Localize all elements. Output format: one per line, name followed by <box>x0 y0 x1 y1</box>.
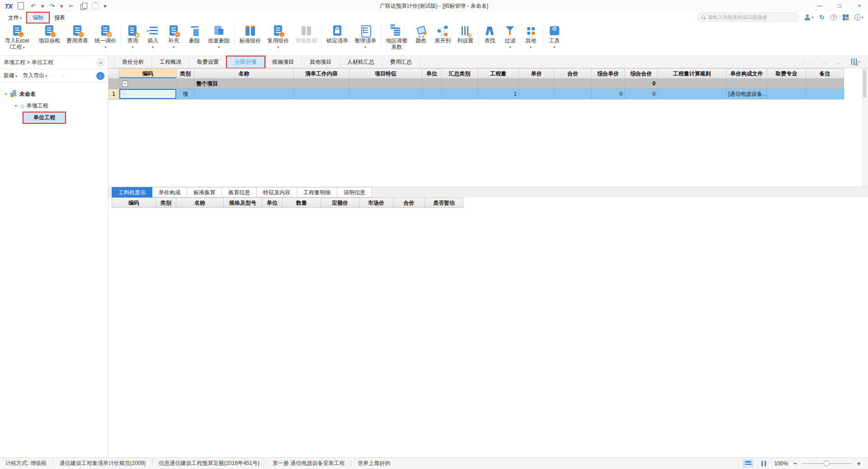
menu-item-report[interactable]: 报表 <box>49 13 71 23</box>
collapse-panel-button[interactable] <box>97 59 104 66</box>
toolbar-button-unified-price-adjust[interactable]: ¥统一调价▾ <box>91 24 119 50</box>
tree-expand-icon[interactable]: ▾ <box>14 103 18 108</box>
detail-tab-工料机显示[interactable]: 工料机显示 <box>112 187 152 197</box>
toolbar-button-project-self-check[interactable]: ✓项目自检 <box>33 24 63 50</box>
detail-column-header-是否暂估[interactable]: 是否暂估 <box>425 197 463 208</box>
detail-column-header-类别[interactable]: 类别 <box>156 197 176 208</box>
toolbar-button-tidy-list[interactable]: 整理清单▾ <box>351 24 379 50</box>
grid-cell[interactable]: 1 <box>108 89 119 99</box>
function-search-input[interactable] <box>708 14 789 20</box>
code-edit-cell[interactable] <box>119 89 177 99</box>
column-header-工程量[interactable]: 工程量 <box>478 68 519 79</box>
grid-cell[interactable] <box>294 79 349 89</box>
close-button[interactable]: × <box>854 3 864 9</box>
grid-cell[interactable]: [通信电源设备… <box>726 89 767 99</box>
toolbar-button-reuse-pricing[interactable]: →复用组价▾ <box>264 24 292 50</box>
tree-item-project[interactable]: ▾未命名 <box>0 88 108 100</box>
move-up-button[interactable]: ↑ <box>52 72 56 79</box>
grid-nav-left-button[interactable]: ← <box>822 59 828 66</box>
expand-locate-button[interactable]: ↓ <box>96 72 104 80</box>
undo-icon[interactable]: ↶ <box>29 2 37 10</box>
grid-cell[interactable] <box>442 89 478 99</box>
column-header-综合合价[interactable]: 综合合价 <box>625 68 658 79</box>
grid-cell[interactable]: 0 <box>625 79 658 89</box>
column-header-备注[interactable]: 备注 <box>806 68 844 79</box>
save-icon[interactable] <box>17 2 25 10</box>
grid-cell[interactable] <box>806 89 844 99</box>
toolbar-button-other[interactable]: 其他▾ <box>520 24 541 50</box>
column-header-项目特征[interactable]: 项目特征 <box>349 68 422 79</box>
grid-cell[interactable]: 整个项目 <box>194 79 294 89</box>
grid-cell[interactable] <box>422 79 442 89</box>
grid-nav-right-button[interactable]: → <box>835 59 841 66</box>
zoom-slider-thumb[interactable] <box>824 460 830 466</box>
grid-cell[interactable]: 0 <box>625 89 658 99</box>
grid-cell[interactable] <box>554 89 592 99</box>
toolbar-button-insert[interactable]: 插入▾ <box>142 24 163 50</box>
grid-cell[interactable]: 0 <box>592 89 625 99</box>
grid-cell[interactable] <box>194 89 294 99</box>
grid-cell[interactable]: − <box>119 79 177 89</box>
toolbar-button-region-adjust-factor[interactable]: 地区调整系数 <box>381 24 410 50</box>
column-header-编码[interactable]: 编码 <box>119 68 177 79</box>
toolbar-button-query[interactable]: 查询▾ <box>121 24 142 50</box>
undo-dropdown-icon[interactable]: ▾ <box>41 2 44 10</box>
redo-icon[interactable]: ↷ <box>48 2 56 10</box>
grid-cell[interactable] <box>442 79 478 89</box>
grid-cell[interactable] <box>108 68 119 79</box>
grid-cell[interactable] <box>422 89 442 99</box>
toolbar-button-delete[interactable]: 删除 <box>184 24 205 50</box>
grid-nav-down-button[interactable]: ↓ <box>812 59 815 66</box>
detail-column-header-编码[interactable]: 编码 <box>112 197 156 208</box>
toolbar-button-import-excel[interactable]: →导入Excel/工程 ▾ <box>2 24 32 51</box>
detail-column-header-数量[interactable]: 数量 <box>283 197 321 208</box>
sync-icon[interactable]: ↻ <box>819 14 825 21</box>
column-header-单价[interactable]: 单价 <box>519 68 554 79</box>
maximize-button[interactable]: □ <box>835 3 844 9</box>
grid-cell[interactable] <box>519 79 554 89</box>
help-icon[interactable]: ? <box>830 14 837 20</box>
move-down-button[interactable]: ↓ <box>61 72 64 79</box>
grid-cell[interactable] <box>108 79 119 89</box>
layout-horizontal-button[interactable] <box>743 459 754 468</box>
import-export-button[interactable]: 导入导出▾ <box>23 72 47 80</box>
info-icon[interactable]: i▾ <box>854 14 863 20</box>
grid-cell[interactable] <box>658 89 726 99</box>
tree-item-unit-project[interactable]: 单位工程 <box>0 112 108 123</box>
user-icon[interactable]: ▾ <box>804 14 813 20</box>
detail-column-header-定额价[interactable]: 定额价 <box>321 197 359 208</box>
grid-vertical-scrollbar[interactable] <box>862 68 867 187</box>
column-header-单位[interactable]: 单位 <box>422 68 442 79</box>
grid-cell[interactable]: 项 <box>177 89 194 99</box>
tab-取费设置[interactable]: 取费设置 <box>189 56 227 68</box>
toolbar-button-find[interactable]: 查找 <box>478 24 500 50</box>
copy-icon[interactable] <box>79 2 87 10</box>
toolbar-button-column-settings[interactable]: 列设置 <box>454 24 476 50</box>
grid-cell[interactable] <box>349 79 422 89</box>
toolbar-button-standard-pricing[interactable]: 标准组价 <box>234 24 264 50</box>
grid-cell[interactable] <box>519 89 554 99</box>
cut-icon[interactable]: ✂ <box>67 2 75 10</box>
grid-group-row[interactable]: −整个项目0 <box>108 79 844 89</box>
grid-data-row[interactable]: 1项100[通信电源设备… <box>108 89 844 99</box>
grid-cell[interactable] <box>767 89 806 99</box>
redo-dropdown-icon[interactable]: ▾ <box>60 2 63 10</box>
grid-cell[interactable] <box>294 89 349 99</box>
grid-cell[interactable] <box>177 79 194 89</box>
toolbar-button-lock-list[interactable]: 锁定清单 <box>321 24 351 50</box>
toolbar-button-batch-delete[interactable]: 批量删除▾ <box>205 24 233 50</box>
toolbar-button-filter[interactable]: 过滤▾ <box>500 24 520 50</box>
detail-tab-单价构成[interactable]: 单价构成 <box>152 187 187 197</box>
grid-cell[interactable] <box>767 79 806 89</box>
grid-cell[interactable] <box>806 79 844 89</box>
tab-其他项目[interactable]: 其他项目 <box>302 56 340 68</box>
detail-tab-工程量明细[interactable]: 工程量明细 <box>297 187 337 197</box>
detail-column-header-单位[interactable]: 单位 <box>262 197 283 208</box>
tab-人材机汇总[interactable]: 人材机汇总 <box>340 56 382 68</box>
menu-item-compile[interactable]: 编制 <box>27 13 49 23</box>
detail-column-header-市场价[interactable]: 市场价 <box>359 197 393 208</box>
column-header-工程量计算规则[interactable]: 工程量计算规则 <box>658 68 726 79</box>
toolbar-button-supplement[interactable]: +补充▾ <box>163 24 184 50</box>
grid-cell[interactable] <box>349 89 422 99</box>
detail-tab-说明信息[interactable]: 说明信息 <box>337 187 372 197</box>
